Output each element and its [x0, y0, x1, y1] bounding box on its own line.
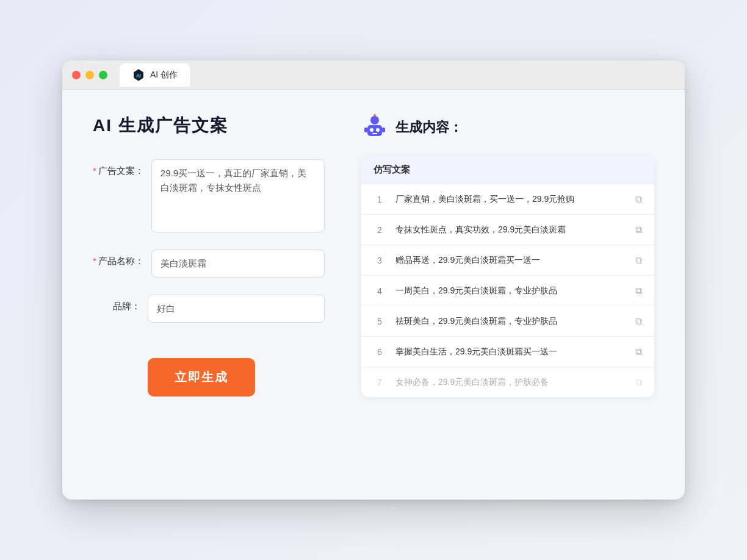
minimize-button[interactable] [85, 71, 94, 79]
browser-window: AI AI 创作 AI 生成广告文案 *广告文案： *产品名称： [62, 60, 685, 500]
result-table-header: 仿写文案 [361, 156, 654, 184]
result-item: 2专抹女性斑点，真实功效，29.9元美白淡斑霜⧉ [361, 215, 654, 245]
copy-icon[interactable]: ⧉ [635, 255, 642, 266]
generate-button[interactable]: 立即生成 [148, 358, 255, 397]
brand-input[interactable] [148, 295, 325, 323]
result-item-num: 2 [374, 225, 386, 235]
result-item: 6掌握美白生活，29.9元美白淡斑霜买一送一⧉ [361, 337, 654, 367]
result-item-num: 7 [374, 378, 386, 387]
result-item-num: 1 [374, 195, 386, 204]
left-panel: AI 生成广告文案 *广告文案： *产品名称： 品牌： 立 [93, 114, 325, 468]
form-row-product: *产品名称： [93, 249, 325, 278]
result-item: 3赠品再送，29.9元美白淡斑霜买一送一⧉ [361, 245, 654, 276]
brand-label: 品牌： [93, 295, 148, 312]
result-item-text: 女神必备，29.9元美白淡斑霜，护肤必备 [395, 376, 626, 389]
ai-icon: AI [132, 68, 145, 82]
form-row-brand: 品牌： [93, 295, 325, 323]
copy-icon[interactable]: ⧉ [635, 346, 642, 357]
svg-rect-6 [372, 133, 377, 134]
copy-icon[interactable]: ⧉ [635, 194, 642, 205]
result-item-text: 厂家直销，美白淡斑霜，买一送一，29.9元抢购 [395, 193, 626, 206]
result-item-num: 5 [374, 317, 386, 326]
result-header: 生成内容： [361, 114, 654, 141]
ad-copy-input[interactable] [151, 159, 325, 232]
tab-ai-creation[interactable]: AI AI 创作 [120, 63, 190, 87]
svg-rect-3 [367, 125, 382, 136]
result-item: 4一周美白，29.9元美白淡斑霜，专业护肤品⧉ [361, 276, 654, 306]
product-input[interactable] [151, 249, 325, 278]
form-row-ad-copy: *广告文案： [93, 159, 325, 232]
result-item-num: 3 [374, 256, 386, 265]
traffic-lights [72, 71, 107, 79]
copy-icon[interactable]: ⧉ [635, 285, 642, 296]
result-item-text: 祛斑美白，29.9元美白淡斑霜，专业护肤品 [395, 315, 626, 328]
svg-rect-10 [382, 127, 385, 132]
titlebar: AI AI 创作 [62, 60, 685, 90]
svg-point-8 [374, 114, 376, 117]
result-item-text: 掌握美白生活，29.9元美白淡斑霜买一送一 [395, 345, 626, 358]
result-item: 7女神必备，29.9元美白淡斑霜，护肤必备⧉ [361, 367, 654, 397]
result-items-container: 1厂家直销，美白淡斑霜，买一送一，29.9元抢购⧉2专抹女性斑点，真实功效，29… [361, 184, 654, 397]
product-label: *产品名称： [93, 249, 151, 267]
copy-icon[interactable]: ⧉ [635, 316, 642, 327]
close-button[interactable] [72, 71, 81, 79]
result-item: 1厂家直销，美白淡斑霜，买一送一，29.9元抢购⧉ [361, 184, 654, 215]
maximize-button[interactable] [99, 71, 107, 79]
page-title: AI 生成广告文案 [93, 114, 325, 137]
result-item-text: 赠品再送，29.9元美白淡斑霜买一送一 [395, 254, 626, 267]
required-mark-product: * [93, 256, 96, 266]
robot-icon [361, 114, 388, 141]
browser-content: AI 生成广告文案 *广告文案： *产品名称： 品牌： 立 [62, 90, 685, 492]
svg-text:AI: AI [136, 73, 141, 78]
result-item-text: 专抹女性斑点，真实功效，29.9元美白淡斑霜 [395, 223, 626, 236]
result-title: 生成内容： [395, 118, 463, 137]
result-item: 5祛斑美白，29.9元美白淡斑霜，专业护肤品⧉ [361, 306, 654, 337]
svg-point-5 [376, 128, 380, 132]
result-item-num: 4 [374, 286, 386, 296]
copy-icon[interactable]: ⧉ [635, 377, 642, 388]
copy-icon[interactable]: ⧉ [635, 224, 642, 235]
svg-point-4 [370, 128, 374, 132]
result-item-text: 一周美白，29.9元美白淡斑霜，专业护肤品 [395, 284, 626, 297]
result-item-num: 6 [374, 347, 386, 357]
right-panel: 生成内容： 仿写文案 1厂家直销，美白淡斑霜，买一送一，29.9元抢购⧉2专抹女… [361, 114, 654, 468]
tab-label: AI 创作 [150, 70, 178, 81]
svg-rect-9 [364, 127, 367, 132]
result-table: 仿写文案 1厂家直销，美白淡斑霜，买一送一，29.9元抢购⧉2专抹女性斑点，真实… [361, 156, 654, 397]
ad-copy-label: *广告文案： [93, 159, 151, 177]
required-mark-ad: * [93, 165, 96, 176]
